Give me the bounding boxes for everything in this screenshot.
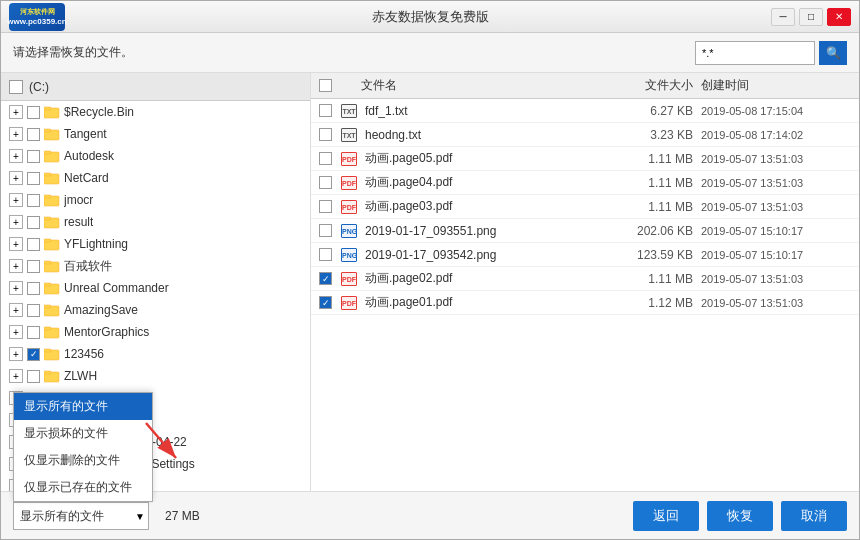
tree-item-checkbox[interactable] — [27, 172, 40, 185]
maximize-button[interactable]: □ — [799, 8, 823, 26]
tree-item-checkbox[interactable] — [27, 150, 40, 163]
expand-icon[interactable]: + — [9, 193, 23, 207]
tree-item[interactable]: + NetCard — [1, 167, 310, 189]
tree-item-checkbox[interactable] — [27, 304, 40, 317]
file-checkbox[interactable] — [319, 200, 332, 213]
tree-item[interactable]: + Unreal Commander — [1, 277, 310, 299]
table-row[interactable]: PDF动画.page04.pdf1.11 MB2019-05-07 13:51:… — [311, 171, 859, 195]
tree-item[interactable]: + Autodesk — [1, 145, 310, 167]
file-checkbox[interactable]: ✓ — [319, 272, 332, 285]
dropdown-item-deleted[interactable]: 仅显示删除的文件 — [14, 447, 152, 474]
expand-icon[interactable]: + — [9, 303, 23, 317]
file-checkbox[interactable] — [319, 152, 332, 165]
file-name: 2019-01-17_093542.png — [365, 248, 611, 262]
search-button[interactable]: 🔍 — [819, 41, 847, 65]
tree-item-checkbox[interactable] — [27, 128, 40, 141]
folder-icon — [44, 281, 60, 295]
folder-icon — [44, 325, 60, 339]
file-checkbox[interactable] — [319, 224, 332, 237]
expand-icon[interactable]: + — [9, 215, 23, 229]
tree-item-checkbox[interactable] — [27, 106, 40, 119]
table-row[interactable]: TXTfdf_1.txt6.27 KB2019-05-08 17:15:04 — [311, 99, 859, 123]
dropdown-item-damaged[interactable]: 显示损坏的文件 — [14, 420, 152, 447]
file-name: 动画.page03.pdf — [365, 198, 611, 215]
tree-item-checkbox[interactable]: ✓ — [27, 348, 40, 361]
tree-item-checkbox[interactable] — [27, 370, 40, 383]
tree-item[interactable]: + result — [1, 211, 310, 233]
table-row[interactable]: ✓PDF动画.page02.pdf1.11 MB2019-05-07 13:51… — [311, 267, 859, 291]
tree-item-checkbox[interactable] — [27, 282, 40, 295]
tree-item-label: jmocr — [64, 193, 93, 207]
tree-item-checkbox[interactable] — [27, 216, 40, 229]
file-checkbox[interactable]: ✓ — [319, 296, 332, 309]
tree-item[interactable]: + jmocr — [1, 189, 310, 211]
expand-icon[interactable]: + — [9, 237, 23, 251]
tree-item[interactable]: + AmazingSave — [1, 299, 310, 321]
file-date: 2019-05-07 15:10:17 — [701, 225, 851, 237]
tree-item[interactable]: + MentorGraphics — [1, 321, 310, 343]
tree-item[interactable]: + 百戒软件 — [1, 255, 310, 277]
file-checkbox[interactable] — [319, 104, 332, 117]
file-date: 2019-05-07 13:51:03 — [701, 177, 851, 189]
file-name: 2019-01-17_093551.png — [365, 224, 611, 238]
file-checkbox[interactable] — [319, 176, 332, 189]
header-name: 文件名 — [361, 77, 611, 94]
main-window: 河东软件网 www.pc0359.cn 赤友数据恢复免费版 ─ □ ✕ 请选择需… — [0, 0, 860, 540]
tree-item[interactable]: + YFLightning — [1, 233, 310, 255]
search-input[interactable] — [695, 41, 815, 65]
folder-icon — [44, 215, 60, 229]
tree-header-checkbox[interactable] — [9, 80, 23, 94]
file-checkbox[interactable] — [319, 128, 332, 141]
restore-button[interactable]: 恢复 — [707, 501, 773, 531]
table-row[interactable]: PNG2019-01-17_093551.png202.06 KB2019-05… — [311, 219, 859, 243]
dropdown-item-existing[interactable]: 仅显示已存在的文件 — [14, 474, 152, 501]
back-button[interactable]: 返回 — [633, 501, 699, 531]
toolbar: 请选择需恢复的文件。 🔍 — [1, 33, 859, 73]
table-row[interactable]: PDF动画.page05.pdf1.11 MB2019-05-07 13:51:… — [311, 147, 859, 171]
tree-item-checkbox[interactable] — [27, 326, 40, 339]
tree-item[interactable]: + Tangent — [1, 123, 310, 145]
expand-icon[interactable]: + — [9, 105, 23, 119]
expand-icon[interactable]: + — [9, 369, 23, 383]
expand-icon[interactable]: + — [9, 149, 23, 163]
close-button[interactable]: ✕ — [827, 8, 851, 26]
expand-icon[interactable]: + — [9, 259, 23, 273]
expand-icon[interactable]: + — [9, 127, 23, 141]
logo-line1: 河东软件网 — [20, 7, 55, 17]
filter-select[interactable]: 显示所有的文件 显示损坏的文件 仅显示删除的文件 仅显示已存在的文件 — [13, 502, 149, 530]
file-size: 3.23 KB — [611, 128, 701, 142]
tree-item[interactable]: + ZLWH — [1, 365, 310, 387]
header-checkbox[interactable] — [319, 79, 332, 92]
expand-icon[interactable]: + — [9, 281, 23, 295]
cancel-button[interactable]: 取消 — [781, 501, 847, 531]
filter-dropdown: 显示所有的文件 显示损坏的文件 仅显示删除的文件 仅显示已存在的文件 显示所有的… — [13, 502, 149, 530]
table-row[interactable]: TXTheodng.txt3.23 KB2019-05-08 17:14:02 — [311, 123, 859, 147]
expand-icon[interactable]: + — [9, 325, 23, 339]
expand-icon[interactable]: + — [9, 347, 23, 361]
expand-icon[interactable]: + — [9, 171, 23, 185]
minimize-button[interactable]: ─ — [771, 8, 795, 26]
tree-item[interactable]: + $Recycle.Bin — [1, 101, 310, 123]
table-row[interactable]: ✓PDF动画.page01.pdf1.12 MB2019-05-07 13:51… — [311, 291, 859, 315]
tree-item-checkbox[interactable] — [27, 238, 40, 251]
table-row[interactable]: PDF动画.page03.pdf1.11 MB2019-05-07 13:51:… — [311, 195, 859, 219]
table-row[interactable]: PNG2019-01-17_093542.png123.59 KB2019-05… — [311, 243, 859, 267]
svg-rect-25 — [44, 371, 51, 374]
tree-item-checkbox[interactable] — [27, 260, 40, 273]
tree-item-checkbox[interactable] — [27, 194, 40, 207]
tree-item-label: Unreal Commander — [64, 281, 169, 295]
tree-item-label: Tangent — [64, 127, 107, 141]
folder-icon — [44, 369, 60, 383]
search-box: 🔍 — [695, 41, 847, 65]
file-checkbox[interactable] — [319, 248, 332, 261]
svg-rect-15 — [44, 261, 51, 264]
svg-rect-11 — [44, 217, 51, 220]
file-size: 1.12 MB — [611, 296, 701, 310]
folder-icon — [44, 347, 60, 361]
file-table: 文件名 文件大小 创建时间 TXTfdf_1.txt6.27 KB2019-05… — [311, 73, 859, 491]
right-panel: 文件名 文件大小 创建时间 TXTfdf_1.txt6.27 KB2019-05… — [311, 73, 859, 491]
tree-item[interactable]: +✓ 123456 — [1, 343, 310, 365]
dropdown-item-all[interactable]: 显示所有的文件 — [14, 393, 152, 420]
svg-rect-17 — [44, 283, 51, 286]
file-date: 2019-05-07 13:51:03 — [701, 297, 851, 309]
